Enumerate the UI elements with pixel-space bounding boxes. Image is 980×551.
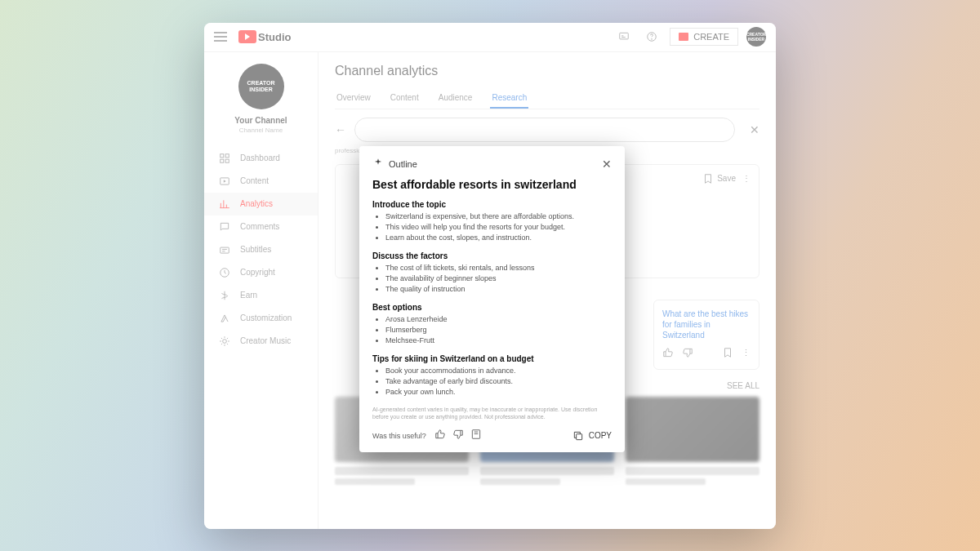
section-item: Melchsee-Frutt bbox=[385, 335, 612, 346]
section-item: Take advantage of early bird discounts. bbox=[385, 376, 612, 387]
section-item: Switzerland is expensive, but there are … bbox=[385, 211, 612, 222]
section-item: The quality of instruction bbox=[385, 284, 612, 295]
modal-disclaimer: AI-generated content varies in quality, … bbox=[372, 406, 612, 420]
outline-section: Discuss the factorsThe cost of lift tick… bbox=[372, 251, 612, 295]
outline-section: Tips for skiing in Switzerland on a budg… bbox=[372, 354, 612, 398]
sparkle-icon bbox=[372, 158, 384, 171]
section-item: Book your accommodations in advance. bbox=[385, 366, 612, 376]
thumbs-down-icon[interactable] bbox=[452, 429, 464, 442]
thumbs-up-icon[interactable] bbox=[434, 429, 446, 442]
section-heading: Introduce the topic bbox=[372, 200, 612, 209]
svg-rect-12 bbox=[576, 434, 581, 440]
section-item: This video will help you find the resort… bbox=[385, 222, 612, 233]
outline-modal: Outline ✕ Best affordable resorts in swi… bbox=[359, 146, 625, 453]
modal-title: Best affordable resorts in switzerland bbox=[372, 177, 612, 192]
section-heading: Discuss the factors bbox=[372, 251, 612, 260]
section-item: The cost of lift tickets, ski rentals, a… bbox=[385, 263, 612, 273]
report-icon[interactable] bbox=[470, 429, 482, 442]
modal-chip: Outline bbox=[389, 159, 417, 169]
close-icon[interactable]: ✕ bbox=[602, 158, 612, 171]
section-item: Arosa Lenzerheide bbox=[385, 314, 612, 325]
useful-prompt: Was this useful? bbox=[372, 432, 426, 440]
svg-rect-11 bbox=[472, 430, 479, 439]
outline-section: Introduce the topicSwitzerland is expens… bbox=[372, 200, 612, 243]
section-heading: Best options bbox=[372, 303, 612, 312]
section-item: Flumserberg bbox=[385, 325, 612, 335]
section-item: Pack your own lunch. bbox=[385, 387, 612, 398]
studio-window: Studio CREATE CREATOR INSIDER CREATOR IN… bbox=[204, 23, 776, 529]
section-item: The availability of beginner slopes bbox=[385, 273, 612, 284]
outline-section: Best optionsArosa LenzerheideFlumserberg… bbox=[372, 303, 612, 346]
section-heading: Tips for skiing in Switzerland on a budg… bbox=[372, 354, 612, 363]
copy-button[interactable]: COPY bbox=[572, 430, 612, 442]
section-item: Learn about the cost, slopes, and instru… bbox=[385, 233, 612, 243]
